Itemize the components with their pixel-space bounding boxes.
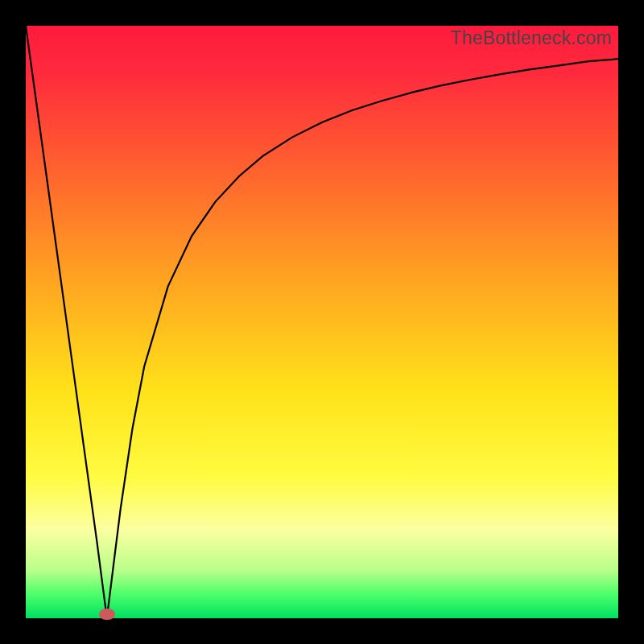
bottleneck-curve	[26, 26, 618, 618]
watermark-text: TheBottleneck.com	[451, 27, 612, 49]
optimum-marker	[99, 609, 115, 620]
plot-area	[26, 26, 618, 618]
chart-frame: TheBottleneck.com	[0, 0, 644, 644]
curve-path	[26, 26, 618, 618]
